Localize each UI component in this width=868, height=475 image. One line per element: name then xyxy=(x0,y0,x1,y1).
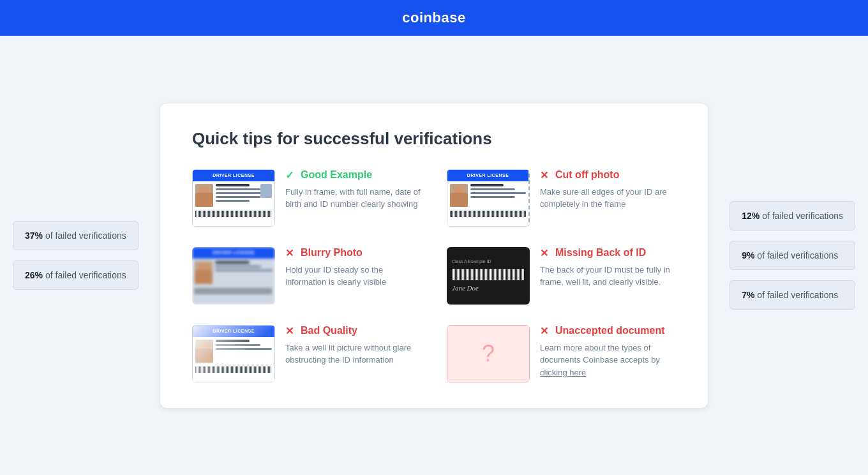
tip-image-good: DRIVER LICENSE xyxy=(192,169,275,227)
id-card-bad-quality: DRIVER LICENSE xyxy=(192,325,275,382)
tip-desc-blurry: Hold your ID steady so the information i… xyxy=(285,264,421,289)
tip-unaccepted: ? ✕ Unaccepted document Learn more about… xyxy=(447,325,676,382)
tip-desc-good: Fully in frame, with full name, date of … xyxy=(285,186,421,211)
id-card-cutoff: DRIVER LICENSE xyxy=(447,169,530,227)
tip-image-bad: DRIVER LICENSE xyxy=(192,325,275,382)
x-icon-blurry: ✕ xyxy=(285,247,297,259)
tip-content-good: ✓ Good Example Fully in frame, with full… xyxy=(285,169,421,211)
stat-percent-right-1: 12% xyxy=(742,211,760,221)
tip-label-bad: ✕ Bad Quality xyxy=(285,325,421,336)
tip-title-good: Good Example xyxy=(301,169,372,181)
stat-percent-left-1: 37% xyxy=(25,230,43,241)
tip-desc-back: The back of your ID must be fully in fra… xyxy=(540,264,676,289)
x-icon-back: ✕ xyxy=(540,247,551,259)
tip-image-cutoff: DRIVER LICENSE xyxy=(447,169,530,227)
stat-percent-left-2: 26% xyxy=(25,270,43,280)
stat-percent-right-3: 7% xyxy=(742,290,754,300)
tip-label-good: ✓ Good Example xyxy=(285,169,421,181)
stat-percent-right-2: 9% xyxy=(742,250,754,260)
tip-title-cutoff: Cut off photo xyxy=(555,169,619,181)
stat-box-left-1: 37% of failed verifications xyxy=(13,221,138,250)
tip-missing-back: Class A Example ID Jane Doe ✕ Missing Ba… xyxy=(447,247,676,305)
tip-title-bad: Bad Quality xyxy=(301,325,357,336)
stat-label-right-1: of failed verifications xyxy=(762,211,843,221)
side-stats-left: 37% of failed verifications 26% of faile… xyxy=(13,221,138,290)
tip-label-cutoff: ✕ Cut off photo xyxy=(540,169,676,181)
tip-title-blurry: Blurry Photo xyxy=(301,247,363,259)
tip-bad-quality: DRIVER LICENSE xyxy=(192,325,421,382)
x-icon-cutoff: ✕ xyxy=(540,169,551,181)
tip-image-blurry: DRIVER LICENSE xyxy=(192,247,275,305)
tip-label-unaccepted: ✕ Unaccepted document xyxy=(540,325,676,336)
stat-label-right-2: of failed verifications xyxy=(757,250,838,260)
header: coinbase xyxy=(0,0,868,36)
id-card-back: Class A Example ID Jane Doe xyxy=(447,247,530,305)
main-card: Quick tips for successful verifications … xyxy=(160,103,708,409)
stat-label-left-1: of failed verifications xyxy=(45,230,126,241)
id-card-unknown: ? xyxy=(447,325,530,382)
stat-label-left-2: of failed verifications xyxy=(45,270,126,280)
stat-box-right-1: 12% of failed verifications xyxy=(730,201,855,230)
tip-image-back: Class A Example ID Jane Doe xyxy=(447,247,530,305)
tip-content-unaccepted: ✕ Unaccepted document Learn more about t… xyxy=(540,325,676,379)
stat-box-right-3: 7% of failed verifications xyxy=(730,280,855,310)
page-body: 37% of failed verifications 26% of faile… xyxy=(0,36,868,475)
coinbase-logo: coinbase xyxy=(402,10,465,26)
question-mark-icon: ? xyxy=(482,340,495,367)
check-icon: ✓ xyxy=(285,169,297,181)
id-card-blurry: DRIVER LICENSE xyxy=(192,247,275,305)
id-card-good: DRIVER LICENSE xyxy=(192,169,275,227)
x-icon-bad: ✕ xyxy=(285,325,297,336)
stat-label-right-3: of failed verifications xyxy=(757,290,838,300)
tip-title-back: Missing Back of ID xyxy=(555,247,646,259)
tip-content-cutoff: ✕ Cut off photo Make sure all edges of y… xyxy=(540,169,676,211)
tip-label-back: ✕ Missing Back of ID xyxy=(540,247,676,259)
tip-content-back: ✕ Missing Back of ID The back of your ID… xyxy=(540,247,676,289)
tip-desc-cutoff: Make sure all edges of your ID are compl… xyxy=(540,186,676,211)
side-stats-right: 12% of failed verifications 9% of failed… xyxy=(730,201,855,310)
tip-good-example: DRIVER LICENSE xyxy=(192,169,421,227)
stat-box-right-2: 9% of failed verifications xyxy=(730,241,855,270)
page-title: Quick tips for successful verifications xyxy=(192,129,676,149)
clicking-here-link[interactable]: clicking here xyxy=(540,368,586,377)
tip-label-blurry: ✕ Blurry Photo xyxy=(285,247,421,259)
x-icon-unaccepted: ✕ xyxy=(540,325,551,336)
tips-grid: DRIVER LICENSE xyxy=(192,169,676,382)
tip-desc-unaccepted: Learn more about the types of documents … xyxy=(540,342,676,379)
tip-cut-off: DRIVER LICENSE xyxy=(447,169,676,227)
tip-content-bad: ✕ Bad Quality Take a well lit picture wi… xyxy=(285,325,421,366)
tip-content-blurry: ✕ Blurry Photo Hold your ID steady so th… xyxy=(285,247,421,289)
tip-image-unknown: ? xyxy=(447,325,530,382)
tip-blurry: DRIVER LICENSE xyxy=(192,247,421,305)
stat-box-left-2: 26% of failed verifications xyxy=(13,260,138,290)
tip-desc-bad: Take a well lit picture without glare ob… xyxy=(285,342,421,366)
tip-title-unaccepted: Unaccepted document xyxy=(555,325,665,336)
